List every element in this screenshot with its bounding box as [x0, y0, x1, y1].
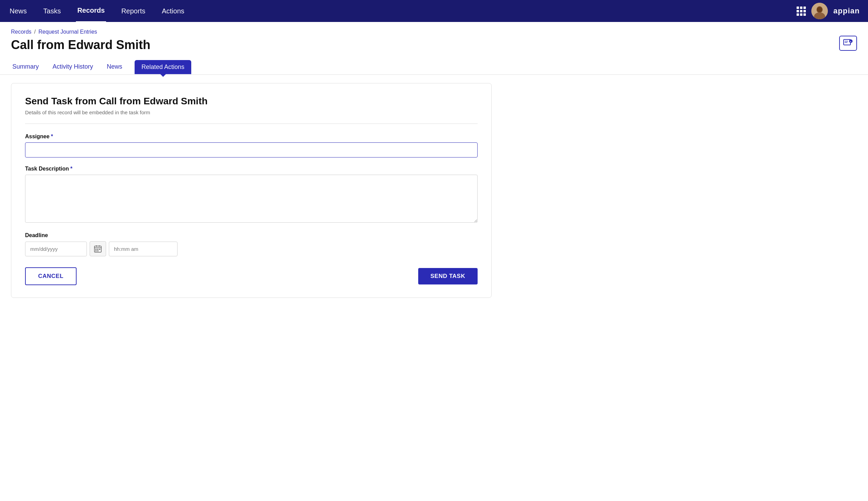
form-card: Send Task from Call from Edward Smith De… [11, 83, 492, 298]
svg-point-3 [817, 7, 822, 12]
form-title: Send Task from Call from Edward Smith [25, 96, 478, 107]
calendar-button[interactable] [90, 241, 106, 256]
deadline-label: Deadline [25, 232, 478, 238]
record-link-button[interactable]: + [839, 36, 857, 51]
svg-rect-14 [97, 249, 98, 250]
form-subtitle: Details of this record will be embedded … [25, 109, 478, 115]
deadline-field: Deadline [25, 232, 478, 256]
tab-news[interactable]: News [105, 59, 124, 74]
appian-logo: appian [833, 7, 860, 15]
cancel-button[interactable]: CANCEL [25, 267, 76, 285]
top-navigation: News Tasks Records Reports Actions appia… [0, 0, 868, 22]
nav-item-reports[interactable]: Reports [120, 0, 147, 22]
breadcrumb: Records / Request Journal Entries [11, 29, 150, 35]
svg-rect-15 [99, 249, 100, 250]
send-task-button[interactable]: SEND TASK [418, 268, 478, 285]
nav-item-news[interactable]: News [8, 0, 28, 22]
deadline-row [25, 241, 478, 256]
task-description-field: Task Description * [25, 166, 478, 224]
nav-item-tasks[interactable]: Tasks [42, 0, 62, 22]
svg-text:+: + [850, 40, 851, 43]
apps-grid-icon[interactable] [797, 7, 806, 16]
form-actions: CANCEL SEND TASK [25, 267, 478, 285]
page-area: Records / Request Journal Entries Call f… [0, 22, 868, 501]
tab-related-actions[interactable]: Related Actions [135, 60, 191, 74]
breadcrumb-request-journal[interactable]: Request Journal Entries [39, 29, 97, 35]
nav-right: appian [797, 3, 860, 19]
nav-item-actions[interactable]: Actions [160, 0, 186, 22]
avatar[interactable] [811, 3, 828, 19]
calendar-icon [94, 245, 102, 253]
assignee-label: Assignee * [25, 134, 478, 140]
svg-rect-17 [97, 250, 98, 252]
tab-activity-history[interactable]: Activity History [51, 59, 94, 74]
record-link-icon: + [843, 39, 853, 47]
task-description-input[interactable] [25, 175, 478, 223]
header-left: Records / Request Journal Entries Call f… [11, 29, 150, 59]
breadcrumb-records[interactable]: Records [11, 29, 32, 35]
main-content: Send Task from Call from Edward Smith De… [0, 75, 868, 306]
header-right: + [839, 29, 857, 51]
assignee-field: Assignee * [25, 134, 478, 158]
deadline-date-input[interactable] [25, 242, 87, 256]
svg-rect-13 [95, 249, 96, 250]
tabs-container: Summary Activity History News Related Ac… [0, 59, 868, 75]
deadline-time-input[interactable] [109, 242, 178, 256]
tab-summary[interactable]: Summary [11, 59, 40, 74]
breadcrumb-separator: / [34, 29, 36, 35]
page-title: Call from Edward Smith [11, 38, 150, 52]
assignee-required-star: * [51, 134, 53, 140]
nav-links: News Tasks Records Reports Actions [8, 0, 186, 22]
task-description-required-star: * [70, 166, 72, 172]
assignee-input[interactable] [25, 142, 478, 158]
svg-rect-16 [95, 250, 96, 252]
nav-item-records[interactable]: Records [76, 0, 106, 22]
form-divider [25, 124, 478, 124]
page-header: Records / Request Journal Entries Call f… [0, 22, 868, 59]
task-description-label: Task Description * [25, 166, 478, 172]
